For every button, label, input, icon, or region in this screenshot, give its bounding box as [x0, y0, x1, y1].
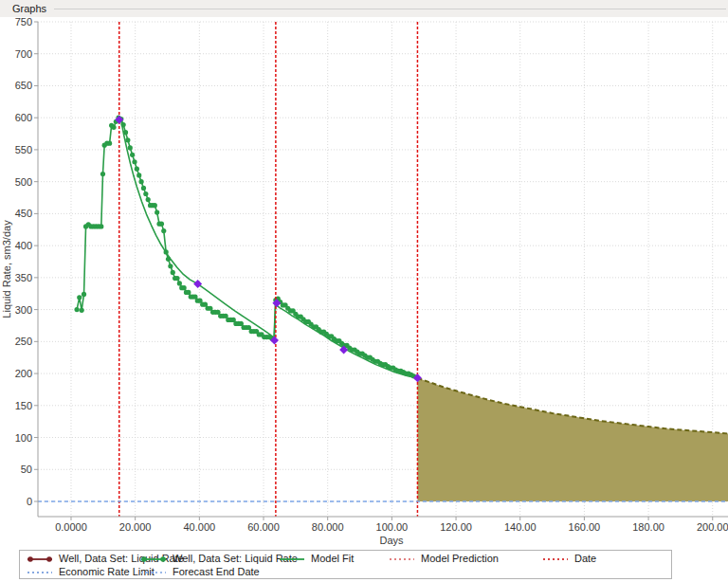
legend-item-forecast-end-date[interactable]: Forecast End Date — [139, 566, 260, 578]
x-tick-label: 100.00 — [376, 521, 409, 533]
legend-label: Model Fit — [311, 553, 354, 565]
legend-label: Model Prediction — [421, 553, 499, 565]
y-tick-label: 100 — [15, 432, 32, 444]
series-well-data-set-liquid-rate — [74, 116, 418, 380]
x-tick-label: 180.00 — [632, 521, 664, 533]
y-tick-label: 350 — [15, 272, 32, 283]
legend-swatch-model-fit — [278, 555, 306, 564]
y-tick-label: 0 — [27, 496, 32, 507]
chart-legend: Well, Data Set: Liquid Rate Well, Data S… — [19, 550, 672, 579]
forecast-fill-area — [417, 378, 728, 501]
legend-item-date[interactable]: Date — [541, 553, 596, 565]
x-tick-label: 120.00 — [440, 521, 472, 533]
x-axis-title: Days — [379, 535, 404, 546]
legend-label: Date — [574, 553, 596, 565]
x-tick-label: 20.000 — [119, 521, 152, 533]
x-tick-label: 40.000 — [184, 521, 216, 533]
legend-item-model-fit[interactable]: Model Fit — [278, 553, 354, 565]
legend-swatch-date — [541, 555, 570, 564]
y-tick-label: 250 — [15, 336, 32, 347]
refline-date — [119, 22, 418, 517]
y-tick-label: 150 — [15, 400, 32, 411]
x-tick-label: 200.00 — [697, 521, 728, 533]
series-model-points — [115, 116, 422, 383]
panel-title: Graphs — [12, 0, 46, 17]
legend-item-model-prediction[interactable]: Model Prediction — [388, 553, 499, 565]
panel-header-rule — [54, 9, 726, 9]
x-tick-label: 60.000 — [247, 521, 280, 533]
y-tick-label: 700 — [15, 48, 32, 60]
x-tick-label: 160.00 — [569, 521, 601, 533]
y-tick-label: 650 — [15, 80, 32, 91]
legend-item-economic-rate-limit[interactable]: Economic Rate Limit — [26, 566, 155, 578]
y-tick-label: 300 — [15, 304, 32, 316]
x-tick-label: 0.0000 — [55, 521, 87, 533]
y-tick-label: 400 — [15, 240, 32, 251]
chart-canvas[interactable]: 0.000020.00040.00060.00080.000100.00120.… — [0, 17, 728, 548]
y-axis-title: Liquid Rate, sm3/day — [1, 220, 12, 318]
y-tick-label: 750 — [15, 17, 32, 27]
panel-header: Graphs — [0, 0, 728, 17]
legend-swatch-forecast-end-date — [139, 568, 168, 577]
y-tick-label: 600 — [15, 112, 32, 123]
legend-swatch-liquid-rate-2 — [139, 555, 168, 564]
x-tick-label: 140.00 — [504, 521, 537, 533]
legend-item-liquid-rate-2[interactable]: Well, Data Set: Liquid Rate — [139, 553, 298, 565]
legend-swatch-model-prediction — [388, 555, 416, 564]
y-tick-label: 200 — [15, 368, 32, 379]
y-tick-label: 550 — [15, 144, 32, 155]
legend-swatch-economic-rate-limit — [26, 568, 54, 577]
y-tick-label: 450 — [15, 208, 32, 219]
y-tick-label: 50 — [21, 464, 32, 475]
x-tick-label: 80.000 — [312, 521, 344, 533]
legend-label: Forecast End Date — [173, 566, 260, 578]
legend-swatch-liquid-rate-1 — [26, 555, 54, 564]
y-tick-label: 500 — [15, 176, 32, 188]
